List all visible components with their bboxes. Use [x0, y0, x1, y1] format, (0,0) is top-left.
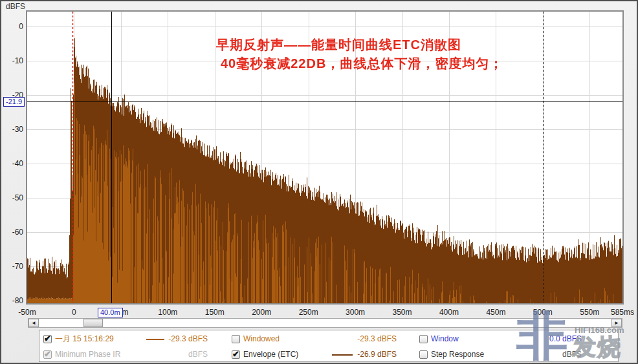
trace-sample-line: [332, 354, 353, 356]
level-readout: dBFS: [162, 350, 208, 359]
level-readout: -29.3 dBFS: [162, 334, 208, 344]
scroll-left-icon: ◄: [31, 320, 36, 326]
checkbox-minimum-phase-ir: [43, 350, 52, 359]
watermark-logo-icon: 非: [516, 309, 568, 363]
checkbox-windowed[interactable]: [232, 335, 240, 343]
y-tick-label: -50: [0, 193, 23, 202]
level-readout: -29.3 dBFS: [351, 334, 397, 344]
x-tick-label: 300m: [336, 308, 375, 317]
label-windowed: Windowed: [243, 334, 280, 344]
y-tick-label: 0: [0, 22, 23, 31]
label-minimum-phase-ir: Minimum Phase IR: [55, 350, 120, 359]
checkbox-step-response[interactable]: [419, 350, 428, 359]
label-window: Window: [431, 334, 459, 344]
x-tick-label: 400m: [430, 308, 468, 317]
label-step-response: Step Response: [431, 350, 484, 359]
watermark-site-name: 发烧网: [573, 332, 638, 364]
y-tick-label: -10: [0, 56, 23, 65]
y-axis-title: dBFS: [6, 2, 25, 11]
y-tick-label: -60: [0, 228, 23, 237]
x-tick-label: 0: [54, 308, 93, 317]
annotation-line1: 早期反射声——能量时间曲线ETC消散图: [216, 36, 461, 54]
checkbox-envelope-etc[interactable]: [232, 350, 240, 359]
y-tick-label: -30: [0, 125, 23, 134]
x-tick-label: 100m: [148, 308, 187, 317]
level-readout: -26.9 dBFS: [351, 350, 397, 359]
y-tick-label: -70: [0, 262, 23, 271]
trace-sample-line: [146, 339, 164, 340]
x-tick-label: 450m: [476, 308, 515, 317]
x-tick-label: 250m: [289, 308, 328, 317]
x-tick-label: 585ms: [603, 308, 638, 317]
checkbox-15-15-16-29[interactable]: [43, 335, 52, 343]
label-envelope-etc: Envelope (ETC): [243, 350, 298, 359]
y-tick-label: -80: [0, 296, 23, 305]
cursor-level-readout: -21.9: [3, 97, 25, 107]
x-tick-label: 150m: [195, 308, 234, 317]
scroll-thumb[interactable]: [83, 319, 103, 327]
checkbox-window[interactable]: [419, 335, 428, 343]
cursor-time-readout: 40.0m: [98, 308, 123, 317]
y-tick-label: -40: [0, 159, 23, 168]
x-tick-label: 350m: [383, 308, 422, 317]
x-tick-label: -50m: [8, 308, 47, 317]
label-15-15-16-29: 一月 15 15:16:29: [55, 334, 114, 344]
x-tick-label: 200m: [242, 308, 281, 317]
scroll-left-button[interactable]: ◄: [28, 319, 39, 327]
annotation-line2: 40毫秒衰减22DB，曲线总体下滑，密度均匀；: [221, 55, 503, 72]
app-window: dBFS 0-10-20-30-40-50-60-70-80 -50m050m1…: [0, 0, 638, 364]
